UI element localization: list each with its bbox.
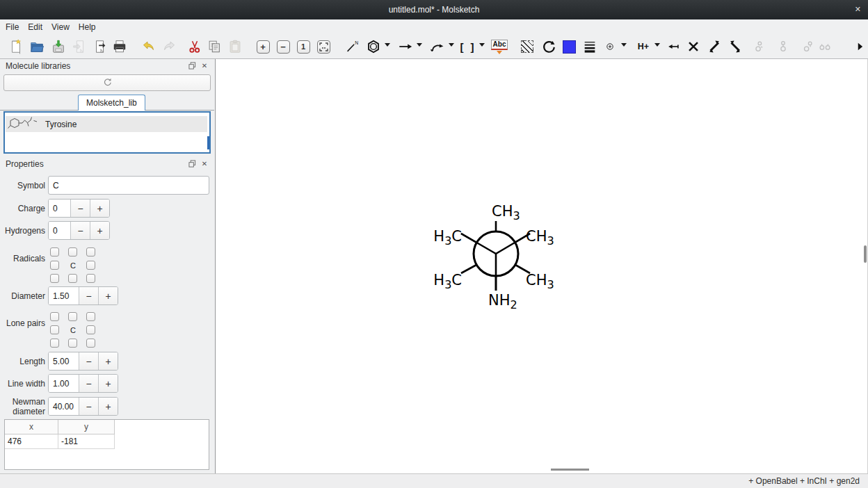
paste-button[interactable] — [226, 38, 244, 56]
close-dock-icon[interactable]: ✕ — [200, 61, 209, 70]
lone-pair-checkbox[interactable] — [68, 339, 77, 348]
amine-label[interactable]: NH2 — [488, 292, 517, 311]
save-button[interactable] — [49, 38, 67, 56]
reaction-arrow-dropdown[interactable] — [417, 43, 422, 47]
newman-diameter-decrement-button[interactable]: − — [79, 398, 98, 415]
tab-molsketch-lib[interactable]: Molsketch_lib — [78, 95, 145, 111]
lone-pair-checkbox[interactable] — [68, 312, 77, 321]
close-window-icon[interactable]: ✕ — [855, 5, 861, 14]
redo-button[interactable] — [160, 38, 178, 56]
radical-checkbox[interactable] — [86, 247, 95, 257]
charge-decrement-button[interactable]: − — [70, 200, 90, 217]
lasso-button[interactable] — [518, 38, 536, 56]
new-file-button[interactable] — [7, 38, 25, 56]
menu-edit[interactable]: Edit — [28, 21, 49, 33]
lower-right-methyl-label[interactable]: CH3 — [526, 272, 554, 291]
import-button[interactable] — [70, 38, 88, 56]
reaction-arrow-button[interactable] — [396, 38, 415, 56]
group-2-button[interactable] — [774, 38, 792, 56]
lone-pair-checkbox[interactable] — [86, 325, 95, 334]
radical-checkbox[interactable] — [86, 274, 95, 283]
zoom-original-button[interactable]: 1 — [294, 38, 312, 56]
line-width-value[interactable]: 1.00 — [49, 375, 79, 392]
lone-pair-checkbox[interactable] — [50, 339, 59, 348]
float-dock-icon[interactable] — [188, 159, 196, 168]
ring-button[interactable] — [364, 38, 383, 56]
color-swatch-button[interactable] — [560, 38, 578, 56]
newman-diameter-increment-button[interactable]: + — [98, 398, 118, 415]
vertical-scrollbar[interactable] — [864, 245, 867, 263]
lower-left-methyl-label[interactable]: H3C — [433, 272, 462, 291]
flip-bond-1-button[interactable] — [705, 38, 723, 56]
group-4-button[interactable] — [816, 38, 834, 56]
column-header-y[interactable]: y — [58, 420, 115, 434]
connect-button[interactable] — [664, 38, 682, 56]
lone-pair-checkbox[interactable] — [50, 312, 59, 321]
mechanism-arrow-dropdown[interactable] — [449, 43, 454, 47]
menu-view[interactable]: View — [51, 21, 76, 33]
mechanism-arrow-button[interactable] — [428, 38, 447, 56]
length-decrement-button[interactable]: − — [79, 352, 98, 370]
brackets-button[interactable]: [ ] — [459, 38, 477, 56]
length-increment-button[interactable]: + — [98, 352, 118, 370]
lone-pair-checkbox[interactable] — [50, 325, 59, 334]
radical-checkbox[interactable] — [86, 261, 95, 270]
rotate-button[interactable] — [540, 38, 558, 56]
length-value[interactable]: 5.00 — [49, 352, 79, 370]
cell-y[interactable]: -181 — [58, 434, 115, 449]
list-item[interactable]: Tyrosine — [6, 116, 207, 132]
zoom-out-button[interactable]: − — [274, 38, 292, 56]
group-1-button[interactable] — [750, 38, 768, 56]
charge-increment-button[interactable]: + — [90, 200, 109, 217]
zoom-in-button[interactable]: + — [254, 38, 272, 56]
print-button[interactable] — [111, 38, 129, 56]
top-methyl-label[interactable]: CH3 — [492, 203, 520, 222]
open-button[interactable] — [28, 38, 46, 56]
newman-diameter-value[interactable]: 40.00 — [49, 398, 79, 415]
radical-checkbox[interactable] — [50, 261, 59, 270]
hydrogens-value[interactable]: 0 — [49, 222, 70, 239]
radical-checkbox[interactable] — [50, 247, 59, 257]
line-width-decrement-button[interactable]: − — [79, 375, 98, 392]
lone-pair-checkbox[interactable] — [86, 339, 95, 348]
cell-x[interactable]: 476 — [5, 434, 58, 449]
ring-dropdown[interactable] — [385, 43, 390, 47]
group-3-button[interactable] — [798, 38, 817, 56]
charge-dropdown[interactable] — [621, 43, 627, 47]
zoom-fit-button[interactable] — [314, 38, 332, 56]
charge-button[interactable] — [601, 38, 619, 56]
text-tool-button[interactable]: Abc — [490, 38, 508, 56]
diameter-increment-button[interactable]: + — [98, 287, 118, 304]
cut-button[interactable] — [186, 38, 204, 56]
hydrogen-dropdown[interactable] — [654, 43, 660, 47]
diameter-decrement-button[interactable]: − — [79, 287, 98, 304]
drawing-canvas[interactable]: CH3H3CCH3H3CCH3NH2 — [216, 59, 868, 473]
hydrogens-decrement-button[interactable]: − — [70, 222, 90, 239]
library-scrollbar[interactable] — [207, 136, 209, 149]
menu-help[interactable]: Help — [79, 21, 102, 33]
column-header-x[interactable]: x — [5, 420, 58, 434]
radical-checkbox[interactable] — [68, 247, 77, 257]
charge-value[interactable]: 0 — [49, 200, 70, 217]
delete-mode-button[interactable] — [684, 38, 702, 56]
toolbar-extend-button[interactable] — [851, 38, 868, 56]
upper-left-methyl-label[interactable]: H3C — [433, 228, 462, 247]
draw-bond-button[interactable]: N — [343, 38, 361, 56]
upper-right-methyl-label[interactable]: CH3 — [526, 228, 554, 247]
radical-checkbox[interactable] — [50, 274, 59, 283]
horizontal-scrollbar[interactable] — [551, 469, 589, 471]
close-dock-icon[interactable]: ✕ — [200, 159, 209, 168]
hydrogen-button[interactable]: H+ — [634, 38, 652, 56]
radical-checkbox[interactable] — [68, 274, 77, 283]
brackets-dropdown[interactable] — [479, 43, 485, 47]
copy-button[interactable] — [205, 38, 223, 56]
lone-pair-checkbox[interactable] — [86, 312, 95, 321]
symbol-input[interactable] — [48, 176, 209, 195]
flip-bond-2-button[interactable] — [726, 38, 744, 56]
undo-button[interactable] — [140, 38, 158, 56]
hydrogens-increment-button[interactable]: + — [90, 222, 109, 239]
menu-file[interactable]: File — [6, 21, 25, 33]
float-dock-icon[interactable] — [188, 61, 196, 70]
line-width-button[interactable] — [581, 38, 599, 56]
diameter-value[interactable]: 1.50 — [49, 287, 79, 304]
